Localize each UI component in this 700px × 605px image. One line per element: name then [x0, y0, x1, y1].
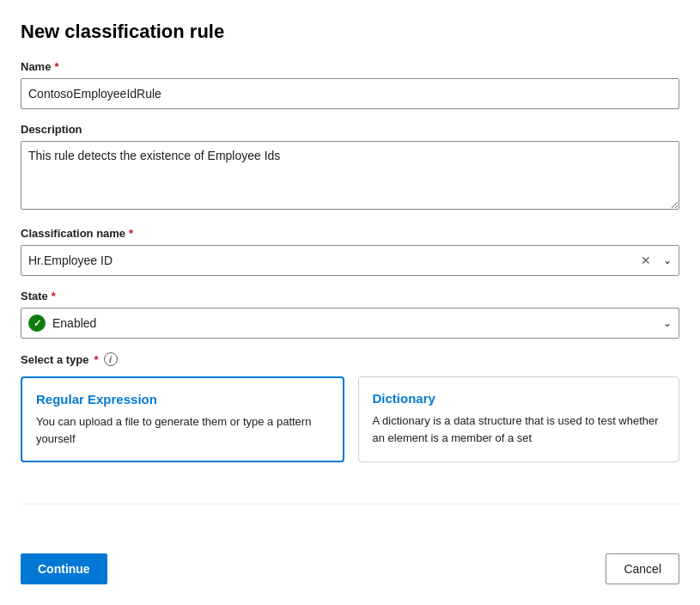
- classification-name-value: Hr.Employee ID: [21, 254, 636, 267]
- classification-name-required-star: *: [129, 227, 133, 240]
- description-label: Description: [21, 123, 679, 136]
- description-input[interactable]: This rule detects the existence of Emplo…: [21, 141, 679, 210]
- regular-expression-description: You can upload a file to generate them o…: [36, 413, 329, 447]
- type-required-star: *: [94, 353, 99, 366]
- new-classification-rule-dialog: New classification rule Name * Descripti…: [0, 0, 700, 605]
- type-info-icon[interactable]: i: [104, 352, 118, 366]
- type-card-dictionary[interactable]: Dictionary A dictionary is a data struct…: [358, 376, 680, 462]
- regular-expression-title: Regular Expression: [36, 392, 329, 406]
- classification-name-field-group: Classification name * Hr.Employee ID ✕ ⌄: [21, 227, 679, 276]
- state-required-star: *: [52, 290, 56, 302]
- name-input[interactable]: [21, 78, 679, 109]
- state-select[interactable]: Enabled ⌄: [21, 308, 679, 339]
- type-section-label: Select a type * i: [21, 352, 679, 366]
- enabled-check-icon: [28, 315, 46, 332]
- type-card-regular-expression[interactable]: Regular Expression You can upload a file…: [21, 376, 344, 462]
- dictionary-title: Dictionary: [373, 391, 666, 406]
- state-chevron-down-icon[interactable]: ⌄: [656, 317, 679, 329]
- name-label: Name *: [21, 60, 679, 73]
- classification-name-select[interactable]: Hr.Employee ID ✕ ⌄: [21, 245, 679, 276]
- state-field-group: State * Enabled ⌄: [21, 290, 679, 339]
- description-field-group: Description This rule detects the existe…: [21, 123, 679, 213]
- classification-clear-icon[interactable]: ✕: [636, 254, 656, 267]
- state-label: State *: [21, 290, 679, 302]
- footer-divider: [21, 504, 679, 504]
- cancel-button[interactable]: Cancel: [606, 553, 679, 584]
- type-cards-row: Regular Expression You can upload a file…: [21, 376, 679, 462]
- state-value: Enabled: [46, 316, 656, 330]
- classification-name-label: Classification name *: [21, 227, 679, 240]
- page-title: New classification rule: [21, 21, 679, 43]
- classification-chevron-down-icon[interactable]: ⌄: [656, 254, 679, 266]
- continue-button[interactable]: Continue: [21, 553, 107, 584]
- dictionary-description: A dictionary is a data structure that is…: [373, 412, 666, 446]
- dialog-footer: Continue Cancel: [21, 553, 679, 584]
- name-required-star: *: [54, 60, 58, 73]
- name-field-group: Name *: [21, 60, 679, 109]
- type-section: Select a type * i Regular Expression You…: [21, 352, 679, 483]
